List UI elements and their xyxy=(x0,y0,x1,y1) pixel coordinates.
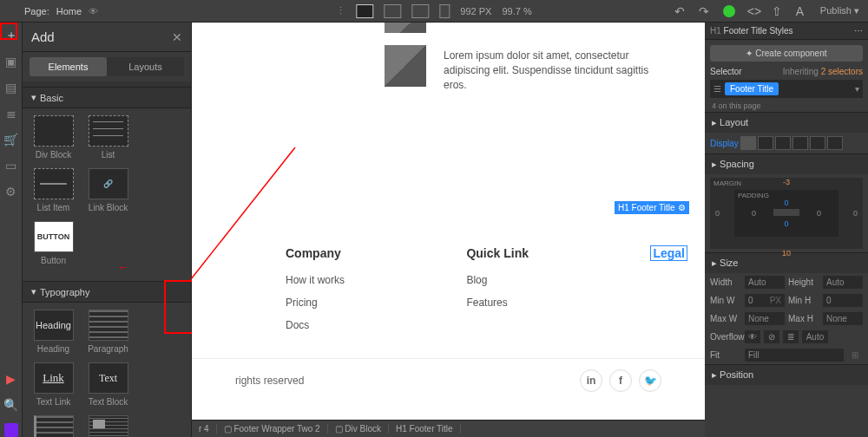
overflow-auto[interactable]: Auto xyxy=(802,330,828,343)
item-block-quote[interactable]: Block Quote xyxy=(26,415,81,437)
spacing-editor[interactable]: MARGIN -3 0 0 PADDING 0 0 0 0 10 xyxy=(710,178,863,249)
footer-title-legal-selected[interactable]: Legal xyxy=(650,245,687,261)
section-layout[interactable]: ▸ Layout xyxy=(705,113,868,133)
facebook-icon[interactable]: f xyxy=(609,369,632,392)
padding-left[interactable]: 0 xyxy=(752,209,756,218)
breadcrumb-item[interactable]: H1 Footer Title xyxy=(389,424,461,434)
twitter-icon[interactable]: 🐦 xyxy=(639,369,661,392)
status-ok-icon[interactable] xyxy=(723,5,735,17)
maxw-input[interactable]: None xyxy=(745,312,785,325)
overflow-visible[interactable]: 👁 xyxy=(745,330,760,343)
footer-link-blog[interactable]: Blog xyxy=(466,274,529,286)
minw-input[interactable]: 0 PX xyxy=(745,294,785,307)
image-placeholder[interactable] xyxy=(385,23,426,33)
desktop-icon[interactable] xyxy=(356,4,373,18)
undo-icon[interactable]: ↶ xyxy=(674,5,687,17)
assets-icon[interactable]: ▭ xyxy=(3,158,19,173)
mobile-icon[interactable] xyxy=(439,4,450,18)
fit-select[interactable]: Fill xyxy=(745,349,844,362)
section-basic[interactable]: ▾ Basic xyxy=(23,87,191,108)
class-chip[interactable]: Footer Title xyxy=(725,82,779,95)
redo-icon[interactable]: ↷ xyxy=(699,5,711,17)
section-position[interactable]: ▸ Position xyxy=(705,365,868,385)
margin-right[interactable]: 0 xyxy=(853,209,858,218)
tab-elements[interactable]: Elements xyxy=(30,57,107,76)
audit-icon[interactable]: A xyxy=(796,5,808,17)
tablet-landscape-icon[interactable] xyxy=(411,4,429,18)
menu-dots-icon[interactable]: ⋮ xyxy=(336,5,345,16)
canvas[interactable]: Lorem ipsum dolor sit amet, consectetur … xyxy=(192,23,705,420)
left-rail: ＋ ▣ ▤ ≣ 🛒 ▭ ⚙ ▶ 🔍 xyxy=(0,23,23,437)
close-icon[interactable]: ✕ xyxy=(172,30,182,44)
item-link-block[interactable]: 🔗Link Block xyxy=(81,168,135,212)
selector-field[interactable]: ☰ Footer Title ▾ xyxy=(710,80,863,98)
linkedin-icon[interactable]: in xyxy=(580,369,602,392)
padding-right[interactable]: 0 xyxy=(817,209,821,218)
publish-button[interactable]: Publish ▾ xyxy=(820,5,859,16)
display-block-icon[interactable] xyxy=(740,136,756,150)
item-text-block[interactable]: TextText Block xyxy=(81,362,135,407)
ecommerce-icon[interactable]: 🛒 xyxy=(3,132,19,147)
menu-dots-icon[interactable]: ⋯ xyxy=(854,26,863,36)
eye-icon[interactable]: 👁 xyxy=(89,6,98,16)
item-heading[interactable]: HeadingHeading xyxy=(26,310,81,354)
margin-left[interactable]: 0 xyxy=(715,209,720,218)
item-button[interactable]: BUTTONButton xyxy=(26,221,81,265)
lorem-text[interactable]: Lorem ipsum dolor sit amet, consectetur … xyxy=(444,49,652,92)
help-icon[interactable] xyxy=(4,423,18,437)
height-input[interactable]: Auto xyxy=(823,276,863,289)
breadcrumb-item[interactable]: r 4 xyxy=(192,424,217,434)
footer-title-company[interactable]: Company xyxy=(286,246,345,260)
item-paragraph[interactable]: Paragraph xyxy=(81,310,135,354)
annotation-plus-highlight xyxy=(0,23,17,40)
display-none-icon[interactable] xyxy=(827,136,843,150)
item-list-item[interactable]: List Item xyxy=(26,168,81,212)
section-spacing[interactable]: ▸ Spacing xyxy=(705,154,868,174)
search-icon[interactable]: 🔍 xyxy=(3,397,19,413)
footer-link-features[interactable]: Features xyxy=(466,297,529,309)
footer-link-pricing[interactable]: Pricing xyxy=(286,297,345,309)
margin-top[interactable]: -3 xyxy=(783,178,790,186)
topbar-right: ↶ ↷ <> ⇧ A Publish ▾ xyxy=(674,5,868,17)
overflow-hidden[interactable]: ⊘ xyxy=(764,330,779,343)
export-icon[interactable]: ⇧ xyxy=(772,5,784,17)
footer-title-quick[interactable]: Quick Link xyxy=(466,246,529,260)
topbar-left: Page: Home 👁 xyxy=(0,6,98,16)
footer-link-docs[interactable]: Docs xyxy=(286,319,345,331)
breadcrumb-item[interactable]: ▢ Footer Wrapper Two 2 xyxy=(217,424,328,434)
width-input[interactable]: Auto xyxy=(745,276,785,289)
display-grid-icon[interactable] xyxy=(775,136,791,150)
settings-icon[interactable]: ⚙ xyxy=(3,184,19,199)
create-component-button[interactable]: ✦ Create component xyxy=(710,45,863,62)
footer-columns: Company How it works Pricing Docs Quick … xyxy=(286,246,687,342)
code-icon[interactable]: <> xyxy=(747,5,760,17)
gear-icon[interactable]: ⚙ xyxy=(678,203,686,212)
item-div-block[interactable]: Div Block xyxy=(26,115,81,160)
selection-badge[interactable]: H1 Footer Title⚙ xyxy=(615,201,689,214)
rights-text[interactable]: rights reserved xyxy=(235,375,304,387)
breadcrumb-item[interactable]: ▢ Div Block xyxy=(328,424,389,434)
image-placeholder[interactable] xyxy=(385,45,426,87)
overflow-scroll[interactable]: ≣ xyxy=(783,330,799,343)
tablet-icon[interactable] xyxy=(384,4,401,18)
navigator-icon[interactable]: ▣ xyxy=(3,54,19,69)
padding-bottom[interactable]: 0 xyxy=(752,219,821,228)
padding-top[interactable]: 0 xyxy=(752,199,821,207)
cms-icon[interactable]: ≣ xyxy=(3,106,19,121)
video-icon[interactable]: ▶ xyxy=(3,371,19,387)
footer-link-how[interactable]: How it works xyxy=(286,274,345,286)
pages-icon[interactable]: ▤ xyxy=(3,80,19,95)
tab-layouts[interactable]: Layouts xyxy=(107,57,184,76)
selector-label: Selector xyxy=(710,67,742,76)
item-text-link[interactable]: LinkText Link xyxy=(26,362,81,407)
margin-bottom[interactable]: 10 xyxy=(782,249,791,258)
display-inline-icon[interactable] xyxy=(810,136,825,150)
maxh-input[interactable]: None xyxy=(823,312,863,325)
minh-input[interactable]: 0 xyxy=(823,294,863,307)
footer-bottom: rights reserved in f 🐦 xyxy=(192,358,705,402)
page-name[interactable]: Home xyxy=(56,6,82,16)
display-inline-block-icon[interactable] xyxy=(792,136,808,150)
display-flex-icon[interactable] xyxy=(758,136,773,150)
item-rich-text[interactable]: Rich Text xyxy=(81,415,135,437)
item-list[interactable]: List xyxy=(81,115,135,160)
